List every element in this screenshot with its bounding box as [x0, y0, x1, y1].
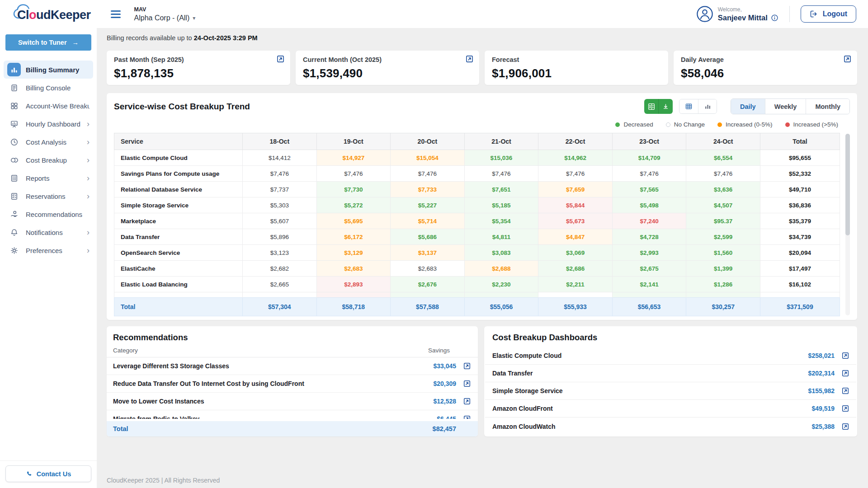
trend-cell: $3,069 [538, 245, 613, 261]
external-link-icon[interactable] [835, 404, 856, 413]
trend-row: Elastic Compute Cloud$14,412$14,927$15,0… [114, 150, 840, 166]
total-cell: $55,933 [538, 298, 613, 316]
legend-dot [666, 122, 670, 127]
sidebar-item-reservations[interactable]: Reservations › [4, 187, 93, 205]
recommendations-body: Leverage Different S3 Storage Classes $3… [107, 357, 478, 419]
external-link-icon[interactable] [835, 387, 856, 395]
external-link-icon[interactable] [276, 55, 285, 65]
excel-icon [644, 103, 658, 111]
dashboard-value: $49,519 [811, 405, 835, 412]
trend-cell: $3,129 [316, 245, 391, 261]
external-link-icon[interactable] [843, 55, 852, 65]
view-weekly-button[interactable]: Weekly [765, 99, 806, 114]
sidebar-item-label: Notifications [26, 229, 87, 236]
external-link-icon[interactable] [835, 422, 856, 431]
user-avatar [696, 5, 713, 23]
row-total: $17,497 [760, 261, 840, 277]
external-link-icon[interactable] [465, 55, 474, 65]
column-header: 20-Oct [391, 133, 465, 150]
sidebar-item-cost-analysis[interactable]: Cost Analysis › [4, 133, 93, 151]
info-icon[interactable] [771, 14, 778, 22]
trend-cell: $7,476 [538, 166, 613, 182]
card-label: Current Month (Oct 2025) [303, 56, 472, 63]
column-header: Savings [428, 347, 472, 354]
card-label: Forecast [492, 56, 661, 63]
external-link-icon[interactable] [456, 362, 478, 370]
top-header: CloudKeeper MAV Alpha Corp - (All) ▾ Wel… [0, 0, 868, 28]
switch-to-tuner-button[interactable]: Switch to Tuner → [5, 34, 91, 51]
scrollbar-thumb[interactable] [845, 134, 850, 235]
contact-us-button[interactable]: Contact Us [5, 465, 91, 482]
card-label: Daily Average [681, 56, 850, 63]
dashboard-name: Amazon CloudWatch [492, 423, 811, 430]
trend-cell: $7,733 [391, 182, 465, 197]
dashboard-name: Data Transfer [492, 370, 808, 377]
legend-item: Increased (0-5%) [717, 121, 773, 128]
main-content: Billing records available up to 24-Oct-2… [97, 28, 868, 488]
sidebar-item-notifications[interactable]: Notifications › [4, 223, 93, 241]
table-view-button[interactable] [679, 99, 698, 113]
trend-cell: $7,476 [243, 166, 317, 182]
external-link-icon[interactable] [835, 369, 856, 377]
sidebar-item-preferences[interactable]: Preferences › [4, 241, 93, 259]
legend-dot [615, 122, 620, 127]
total-value: $82,457 [433, 425, 478, 432]
trend-total-row: Total$57,304$58,718$57,588$55,056$55,933… [114, 298, 840, 316]
sidebar-item-billing-summary[interactable]: Billing Summary [4, 61, 93, 79]
recommendation-savings: $12,528 [433, 398, 456, 405]
trend-cell: $2,683 [391, 261, 465, 277]
total-label: Total [113, 425, 128, 432]
trend-row: Simple Storage Service$5,303$5,272$5,227… [114, 197, 840, 213]
legend-dot [717, 122, 722, 127]
sidebar-item-account-wise-breakup[interactable]: Account-Wise Breakup [4, 97, 93, 115]
sidebar-item-hourly-dashboard[interactable]: Hourly Dashboard › [4, 115, 93, 133]
coins-icon [7, 153, 21, 167]
column-header: 18-Oct [243, 133, 317, 150]
trend-cell: $5,844 [538, 197, 613, 213]
trend-card: Service-wise Cost Breakup Trend [107, 93, 857, 320]
trend-cell: $14,412 [243, 150, 317, 166]
trend-cell: $6,554 [686, 150, 760, 166]
trend-controls: Daily Weekly Monthly [644, 99, 850, 114]
total-cell: $57,588 [391, 298, 465, 316]
total-cell: $55,056 [464, 298, 538, 316]
account-selector[interactable]: Alpha Corp - (All) ▾ [134, 14, 196, 22]
chart-view-button[interactable] [698, 99, 717, 113]
external-link-icon[interactable] [456, 380, 478, 388]
export-excel-button[interactable] [644, 99, 673, 114]
service-name: Marketplace [114, 213, 243, 229]
service-name: Elastic Compute Cloud [114, 150, 243, 166]
trend-cell: $2,211 [538, 277, 613, 292]
trend-cell: $7,240 [612, 213, 686, 229]
dashboard-row: Elastic Compute Cloud $258,021 [485, 347, 856, 365]
recommendation-category: Reduce Data Transfer Out To Internet Cos… [113, 380, 433, 387]
sidebar-item-reports[interactable]: Reports › [4, 169, 93, 187]
billing-records-note: Billing records available up to 24-Oct-2… [107, 34, 857, 42]
welcome-label: Welcome, [718, 6, 778, 13]
download-icon[interactable] [659, 103, 673, 110]
trend-cell: $14,709 [612, 150, 686, 166]
trend-cell: $3,137 [391, 245, 465, 261]
logout-button[interactable]: Logout [801, 5, 856, 23]
contact-us-wrap: Contact Us [0, 460, 97, 488]
logo-text: Keeper [51, 8, 91, 22]
sidebar-item-cost-breakup[interactable]: Cost Breakup › [4, 151, 93, 169]
external-link-icon[interactable] [456, 415, 478, 419]
trend-cell: $6,172 [316, 229, 391, 245]
legend-item: Decreased [615, 121, 653, 128]
hamburger-menu-icon[interactable] [111, 10, 121, 18]
recommendation-row: Reduce Data Transfer Out To Internet Cos… [107, 375, 478, 393]
sidebar-item-billing-console[interactable]: Billing Console [4, 79, 93, 97]
total-cell: $56,653 [612, 298, 686, 316]
view-daily-button[interactable]: Daily [731, 99, 765, 114]
trend-cell: $7,476 [464, 166, 538, 182]
card-value: $1,878,135 [114, 66, 283, 80]
trend-row: Savings Plans for Compute usage$7,476$7,… [114, 166, 840, 182]
external-link-icon[interactable] [456, 397, 478, 405]
sidebar-item-recommendations[interactable]: Recommendations [4, 205, 93, 223]
external-link-icon[interactable] [835, 352, 856, 360]
view-monthly-button[interactable]: Monthly [806, 99, 849, 114]
logout-icon [810, 10, 818, 18]
row-total: $20,094 [760, 245, 840, 261]
dashboard-name: Simple Storage Service [492, 387, 808, 394]
